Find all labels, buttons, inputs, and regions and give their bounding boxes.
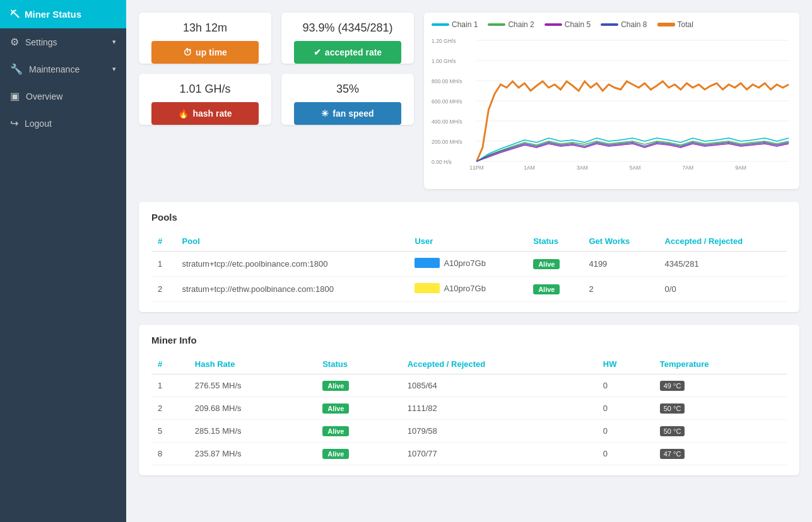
svg-text:7AM: 7AM	[683, 165, 694, 171]
pools-section: Pools # Pool User Status Get Works Accep…	[139, 202, 799, 312]
legend-label-chain1: Chain 1	[452, 20, 478, 29]
miner-num: 2	[151, 397, 189, 420]
pools-table: # Pool User Status Get Works Accepted / …	[151, 231, 787, 302]
miner-row: 2 209.68 MH/s Alive 1111/82 0 50 °C	[151, 397, 787, 420]
chart-legend: Chain 1 Chain 2 Chain 5 Chain 8 Total	[432, 20, 792, 29]
legend-chain2: Chain 2	[488, 20, 534, 29]
miner-row: 5 285.15 MH/s Alive 1079/58 0 50 °C	[151, 420, 787, 443]
svg-text:5AM: 5AM	[630, 165, 641, 171]
uptime-card: 13h 12m ⏱ up time	[139, 13, 271, 64]
pools-col-ar: Accepted / Rejected	[659, 231, 787, 252]
settings-icon: ⚙	[10, 36, 19, 48]
sidebar-item-overview[interactable]: ▣ Overview	[0, 83, 126, 110]
sidebar-item-maintenance[interactable]: 🔧 Maintenance ▾	[0, 55, 126, 83]
stat-cards: 13h 12m ⏱ up time 93.9% (4345/281) ✔ acc…	[139, 13, 414, 125]
accepted-card: 93.9% (4345/281) ✔ accepted rate	[281, 13, 414, 64]
miner-status: Alive	[316, 443, 401, 465]
pool-status: Alive	[527, 252, 582, 277]
legend-label-chain5: Chain 5	[565, 20, 591, 29]
pools-col-status: Status	[527, 231, 582, 252]
main-content: 13h 12m ⏱ up time 93.9% (4345/281) ✔ acc…	[126, 0, 812, 522]
maintenance-icon: 🔧	[10, 63, 23, 75]
hashrate-icon: 🔥	[178, 108, 189, 119]
uptime-value: 13h 12m	[151, 21, 259, 35]
user-name: A10pro7Gb	[444, 284, 486, 293]
svg-text:1.20 GH/s: 1.20 GH/s	[432, 38, 456, 44]
miner-col-ar: Accepted / Rejected	[401, 354, 597, 374]
status-badge: Alive	[533, 284, 560, 294]
status-badge: Alive	[322, 381, 349, 391]
miner-hashrate: 285.15 MH/s	[189, 420, 316, 443]
logout-icon: ↪	[10, 117, 18, 129]
miner-row: 1 276.55 MH/s Alive 1085/64 0 49 °C	[151, 374, 787, 397]
svg-text:800.00 MH/s: 800.00 MH/s	[432, 78, 462, 84]
hashrate-chart: Chain 1 Chain 2 Chain 5 Chain 8 Total	[424, 13, 799, 189]
pool-user: A10pro7Gb	[408, 252, 527, 277]
miner-col-hashrate: Hash Rate	[189, 354, 316, 374]
miner-status: Alive	[316, 397, 401, 420]
temp-badge: 50 °C	[660, 426, 685, 436]
miner-info-section: Miner Info # Hash Rate Status Accepted /…	[139, 325, 799, 475]
legend-color-chain5	[544, 23, 562, 26]
miner-ar: 1085/64	[401, 374, 597, 397]
overview-icon: ▣	[10, 90, 20, 102]
accepted-value: 93.9% (4345/281)	[294, 21, 401, 35]
pools-title: Pools	[151, 212, 787, 223]
pool-url: stratum+tcp://ethw.poolbinance.com:1800	[176, 277, 409, 302]
miner-row: 8 235.87 MH/s Alive 1070/77 0 47 °C	[151, 443, 787, 465]
temp-badge: 50 °C	[660, 403, 685, 414]
maintenance-arrow: ▾	[112, 65, 116, 73]
svg-text:9AM: 9AM	[735, 165, 746, 171]
uptime-button[interactable]: ⏱ up time	[151, 41, 259, 64]
pool-ar: 0/0	[659, 277, 787, 302]
sidebar-header[interactable]: ⛏ Miner Status	[0, 0, 126, 28]
temp-badge: 47 °C	[660, 449, 685, 459]
hashrate-card: 1.01 GH/s 🔥 hash rate	[139, 74, 271, 125]
accepted-button[interactable]: ✔ accepted rate	[294, 41, 401, 64]
user-name: A10pro7Gb	[444, 258, 486, 268]
miner-col-hw: HW	[597, 354, 654, 374]
legend-color-chain2	[488, 23, 505, 26]
miner-num: 1	[151, 374, 189, 397]
hashrate-button[interactable]: 🔥 hash rate	[151, 102, 259, 125]
fanspeed-value: 35%	[294, 83, 401, 96]
legend-color-chain1	[432, 23, 449, 26]
svg-text:3AM: 3AM	[577, 165, 588, 171]
miner-info-table: # Hash Rate Status Accepted / Rejected H…	[151, 354, 787, 465]
pools-col-pool: Pool	[176, 231, 409, 252]
pools-row: 2 stratum+tcp://ethw.poolbinance.com:180…	[151, 277, 787, 302]
svg-text:1.00 GH/s: 1.00 GH/s	[432, 58, 456, 64]
miner-temp: 47 °C	[654, 443, 787, 465]
fanspeed-button[interactable]: ✳ fan speed	[294, 102, 401, 125]
miner-status: Alive	[316, 420, 401, 443]
miner-col-num: #	[151, 354, 189, 374]
pool-status: Alive	[527, 277, 582, 302]
pools-col-num: #	[151, 231, 176, 252]
miner-hw: 0	[597, 420, 654, 443]
hashrate-value: 1.01 GH/s	[151, 83, 259, 96]
miner-ar: 1079/58	[401, 420, 597, 443]
legend-chain5: Chain 5	[544, 20, 591, 29]
temp-badge: 49 °C	[660, 381, 685, 391]
svg-text:1AM: 1AM	[524, 165, 535, 171]
pool-user: A10pro7Gb	[408, 277, 527, 302]
pool-ar: 4345/281	[659, 252, 787, 277]
sidebar-label-settings: Settings	[25, 37, 57, 47]
miner-num: 8	[151, 443, 189, 465]
legend-chain1: Chain 1	[432, 20, 478, 29]
miner-ar: 1111/82	[401, 397, 597, 420]
pools-col-getworks: Get Works	[582, 231, 658, 252]
svg-text:200.00 MH/s: 200.00 MH/s	[432, 139, 462, 145]
sidebar-item-logout[interactable]: ↪ Logout	[0, 110, 126, 137]
legend-label-chain2: Chain 2	[508, 20, 534, 29]
legend-label-total: Total	[678, 20, 693, 29]
pool-url: stratum+tcp://etc.poolbinance.com:1800	[176, 252, 409, 277]
miner-hashrate: 209.68 MH/s	[189, 397, 316, 420]
sidebar: ⛏ Miner Status ⚙ Settings ▾ 🔧 Maintenanc…	[0, 0, 126, 522]
fan-icon: ✳	[321, 108, 329, 119]
sidebar-item-settings[interactable]: ⚙ Settings ▾	[0, 28, 126, 55]
user-color	[415, 258, 440, 268]
status-badge: Alive	[533, 259, 560, 269]
svg-text:600.00 MH/s: 600.00 MH/s	[432, 98, 462, 105]
miner-hashrate: 276.55 MH/s	[189, 374, 316, 397]
